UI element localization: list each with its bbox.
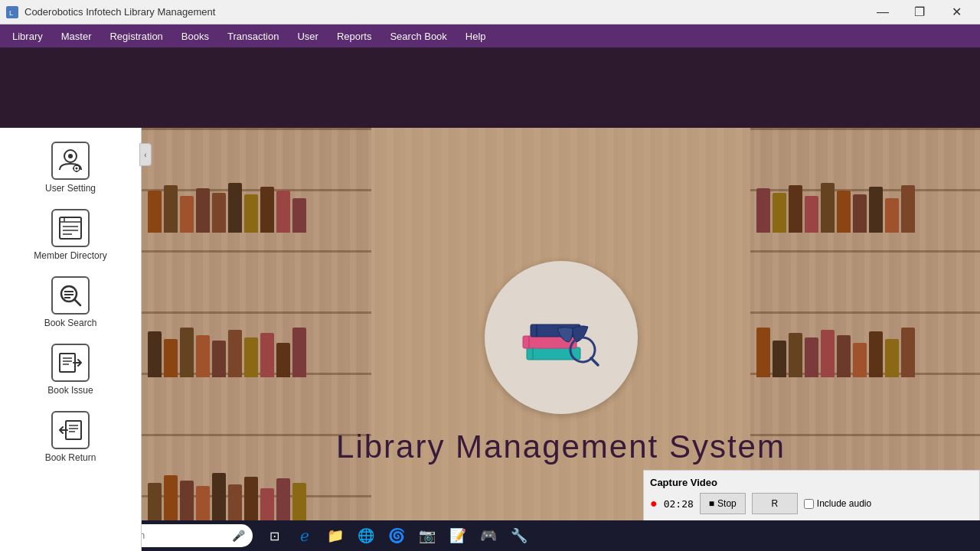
menu-item-user[interactable]: User (288, 28, 327, 45)
file-explorer-button[interactable]: 📁 (322, 522, 349, 549)
close-button[interactable]: ✕ (939, 0, 974, 24)
chrome-button[interactable]: 🌀 (383, 522, 410, 549)
book-group (148, 473, 365, 523)
menu-item-help[interactable]: Help (456, 28, 495, 45)
capture-controls: ● 02:28 ■ Stop R Include audio (650, 493, 973, 514)
app1-button[interactable]: 📷 (413, 522, 441, 549)
sidebar-item-book-return[interactable]: Book Return (24, 405, 116, 469)
menu-item-reports[interactable]: Reports (328, 28, 381, 45)
taskbar: ⊞ 🔍 🎤 ⊡ ℯ 📁 🌐 🌀 📷 📝 🎮 🔧 (0, 520, 980, 551)
book-issue-icon (51, 344, 90, 382)
book-group (148, 183, 365, 233)
capture-video-panel: Capture Video ● 02:28 ■ Stop R Include a… (643, 470, 980, 520)
menu-item-registration[interactable]: Registration (100, 28, 172, 45)
include-audio-checkbox[interactable] (804, 499, 814, 509)
record-btn-icon: R (771, 498, 778, 509)
stop-icon: ■ (709, 498, 714, 509)
sidebar-item-book-search[interactable]: Book Search (24, 270, 116, 334)
microphone-icon: 🎤 (232, 530, 245, 542)
book-search-label: Book Search (44, 318, 97, 328)
taskbar-icons: ⊡ ℯ 📁 🌐 🌀 📷 📝 🎮 🔧 (260, 522, 533, 549)
record-indicator: ● (650, 497, 658, 510)
sidebar-item-user-setting[interactable]: User Setting (24, 135, 116, 200)
book-group (148, 328, 365, 377)
app3-icon: 🔧 (511, 527, 528, 544)
book-group (756, 328, 974, 377)
include-audio-label: Include audio (817, 498, 871, 509)
chevron-left-icon: ‹ (144, 151, 146, 159)
folder-icon: 📁 (327, 527, 344, 544)
window-title: Coderobotics Infotech Library Management (24, 6, 215, 18)
word-button[interactable]: 📝 (444, 522, 472, 549)
system-title: Library Management System (336, 429, 786, 465)
sidebar-collapse-button[interactable]: ‹ (139, 143, 152, 166)
title-bar-controls: — ❐ ✕ (865, 0, 974, 24)
app2-button[interactable]: 🎮 (475, 522, 502, 549)
user-setting-label: User Setting (45, 183, 96, 194)
svg-line-17 (74, 299, 80, 305)
left-shelf (142, 128, 371, 551)
capture-panel-title: Capture Video (650, 477, 973, 488)
app1-icon: 📷 (419, 527, 436, 544)
title-bar-left: L Coderobotics Infotech Library Manageme… (6, 6, 215, 18)
task-view-icon: ⊡ (270, 529, 279, 543)
menu-item-library[interactable]: Library (3, 28, 52, 45)
ie-button[interactable]: 🌐 (352, 522, 380, 549)
book-search-icon (51, 276, 90, 315)
user-setting-icon (51, 142, 90, 180)
capture-time-display: 02:28 (664, 498, 694, 510)
svg-point-3 (68, 154, 73, 158)
top-dark-area (0, 47, 980, 128)
include-audio-option: Include audio (804, 498, 871, 509)
stop-label: Stop (717, 498, 737, 509)
sidebar-item-member-directory[interactable]: Member Directory (24, 203, 116, 267)
ie-icon: 🌐 (358, 527, 374, 544)
menu-item-books[interactable]: Books (172, 28, 218, 45)
book-return-label: Book Return (45, 452, 96, 463)
sidebar-item-book-issue[interactable]: Book Issue (24, 337, 116, 402)
menu-item-master[interactable]: Master (52, 28, 101, 45)
title-bar: L Coderobotics Infotech Library Manageme… (0, 0, 980, 24)
member-directory-label: Member Directory (34, 250, 106, 261)
svg-line-36 (591, 358, 598, 365)
edge-button[interactable]: ℯ (291, 522, 318, 549)
svg-rect-10 (60, 217, 81, 239)
app2-icon: 🎮 (480, 527, 497, 544)
book-issue-label: Book Issue (47, 385, 93, 396)
minimize-button[interactable]: — (865, 0, 900, 24)
edge-icon: ℯ (300, 527, 309, 545)
chrome-icon: 🌀 (388, 527, 405, 544)
book-return-icon (51, 411, 90, 449)
svg-text:L: L (9, 9, 13, 17)
book-group (756, 183, 974, 233)
menu-bar: LibraryMasterRegistrationBooksTransactio… (0, 24, 980, 47)
maximize-button[interactable]: ❐ (902, 0, 937, 24)
logo-circle (485, 261, 638, 414)
svg-point-9 (76, 168, 78, 170)
menu-item-search-book[interactable]: Search Book (381, 28, 456, 45)
app-icon: L (6, 6, 18, 18)
task-view-button[interactable]: ⊡ (260, 522, 288, 549)
library-logo (515, 298, 607, 377)
record-button[interactable]: R (752, 493, 798, 514)
member-directory-icon (51, 209, 90, 247)
app3-button[interactable]: 🔧 (505, 522, 533, 549)
menu-item-transaction[interactable]: Transaction (218, 28, 288, 45)
stop-button[interactable]: ■ Stop (700, 493, 746, 514)
word-icon: 📝 (449, 527, 466, 544)
sidebar: ‹ User Setting (0, 128, 142, 551)
